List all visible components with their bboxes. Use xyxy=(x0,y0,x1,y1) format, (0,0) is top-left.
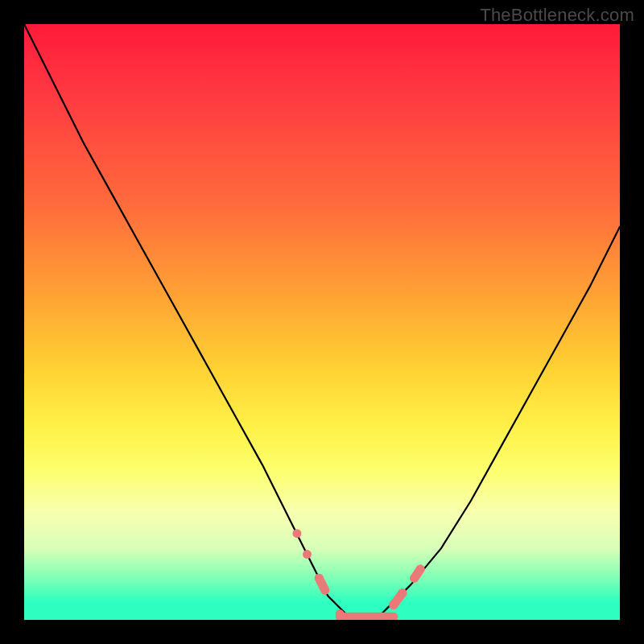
curve-marker xyxy=(292,529,301,538)
bottleneck-curve xyxy=(24,24,620,620)
curve-line xyxy=(24,24,620,620)
chart-frame: TheBottleneck.com xyxy=(0,0,644,644)
curve-marker-segment xyxy=(319,578,324,590)
curve-marker xyxy=(336,609,345,618)
curve-marker-segment xyxy=(394,593,402,605)
plot-area xyxy=(24,24,620,620)
watermark-text: TheBottleneck.com xyxy=(480,5,634,26)
curve-marker-segment xyxy=(415,569,420,578)
curve-marker xyxy=(303,550,312,559)
